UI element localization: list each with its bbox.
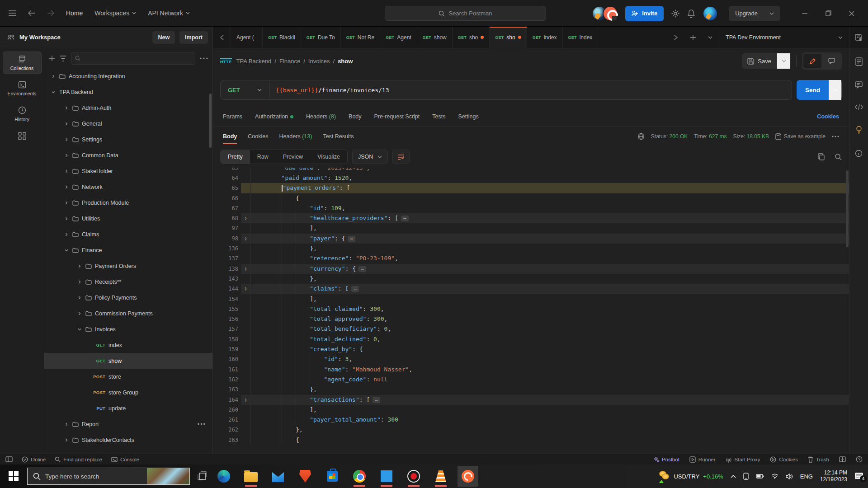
language-indicator[interactable]: ENG [800, 473, 813, 480]
json-line-260[interactable]: 260 ], [213, 405, 849, 415]
open-tab-Not Re[interactable]: GETNot Re [341, 27, 380, 48]
request-update[interactable]: PUTupdate [44, 400, 212, 416]
folder-more-actions[interactable]: ••• [198, 421, 206, 427]
environment-quick-look-button[interactable] [849, 27, 868, 48]
folder-finance[interactable]: Finance [44, 242, 212, 258]
battery-icon[interactable] [756, 474, 764, 479]
save-as-example-button[interactable]: Save as example [775, 133, 826, 140]
json-line-64[interactable]: 64"paid_amount": 1520, [213, 173, 849, 183]
folder-claims[interactable]: Claims [44, 226, 212, 242]
folder-utilities[interactable]: Utilities [44, 211, 212, 226]
method-selector[interactable]: GET [221, 80, 269, 99]
windows-search-input[interactable]: Type here to search [27, 468, 190, 485]
start-button[interactable] [0, 465, 27, 488]
copy-icon[interactable] [818, 153, 825, 160]
folder-network[interactable]: Network [44, 179, 212, 195]
breadcrumb[interactable]: TPA Backend/ Finance/ Invoices/ show [236, 58, 353, 65]
json-line-158[interactable]: 158 "total_declined": 0, [213, 334, 849, 344]
open-tab-Agent ([interactable]: Agent ( [231, 27, 263, 48]
split-panel-icon[interactable] [839, 456, 846, 462]
folder-policy-payments[interactable]: Policy Payments [44, 290, 212, 305]
window-minimize-button[interactable] [795, 5, 815, 23]
invite-button[interactable]: Invite [625, 6, 664, 21]
sidebar-scrollbar[interactable] [209, 94, 212, 148]
collapsed-ellipsis[interactable]: ⋯ [348, 236, 355, 242]
volume-icon[interactable] [786, 474, 793, 479]
folder-invoices[interactable]: Invoices [44, 321, 212, 337]
folder-admin-auth[interactable]: Admin-Auth [44, 100, 212, 116]
open-tab-Agent[interactable]: GETAgent [380, 27, 417, 48]
notifications-bell-icon[interactable] [687, 9, 695, 18]
action-center-icon[interactable]: 4 [854, 472, 863, 480]
tabs-scroll-left-button[interactable] [213, 27, 231, 48]
filter-icon[interactable] [60, 56, 66, 61]
open-tab-show[interactable]: GETshow [417, 27, 453, 48]
file-explorer-icon[interactable] [241, 466, 261, 487]
postbot-button[interactable]: Postbot [653, 456, 679, 463]
json-line-138[interactable]: 138❯ "currency": {⋯ [213, 264, 849, 274]
open-tab-index[interactable]: GETindex [527, 27, 563, 48]
tab-tests[interactable]: Tests [432, 113, 445, 120]
request-show[interactable]: GETshow [44, 353, 212, 369]
cookies-button[interactable]: Cookies [770, 456, 798, 463]
json-line-65[interactable]: 65"payment_orders": [ [213, 183, 849, 193]
tab-authorization[interactable]: Authorization [255, 113, 293, 120]
settings-gear-icon[interactable] [671, 9, 680, 18]
folder-commission-payments[interactable]: Commission Payments [44, 305, 212, 321]
response-tab-cookies[interactable]: Cookies [248, 127, 268, 146]
json-line-98[interactable]: 98❯ "payer": {⋯ [213, 234, 849, 244]
json-line-143[interactable]: 143 }, [213, 274, 849, 284]
postman-taskbar-icon[interactable] [458, 466, 478, 487]
response-scrollbar[interactable] [846, 170, 849, 247]
json-line-261[interactable]: 261 "payer_total_amount": 300 [213, 415, 849, 425]
fold-chevron-icon[interactable]: ❯ [241, 284, 251, 294]
help-icon[interactable] [856, 456, 863, 463]
json-line-144[interactable]: 144❯ "claims": [⋯ [213, 284, 849, 294]
microsoft-store-icon[interactable] [322, 466, 343, 487]
sidebar-search-input[interactable] [71, 52, 195, 65]
vlc-icon[interactable] [430, 466, 451, 487]
open-tab-sho[interactable]: GETsho [453, 27, 490, 48]
json-line-155[interactable]: 155 "total_claimed": 300, [213, 304, 849, 314]
start-proxy-button[interactable]: Start Proxy [726, 456, 760, 463]
folder-common-data[interactable]: Common Data [44, 147, 212, 163]
json-line-262[interactable]: 262 }, [213, 425, 849, 435]
send-button[interactable]: Send [797, 80, 842, 100]
json-line-156[interactable]: 156 "total_approved": 300, [213, 314, 849, 324]
chrome-icon[interactable] [349, 466, 370, 487]
collapsed-ellipsis[interactable]: ⋯ [351, 286, 359, 292]
tab-options-chevron[interactable] [702, 27, 719, 48]
comment-button[interactable] [822, 54, 840, 68]
open-tab-sho[interactable]: GETsho [490, 27, 527, 48]
save-options-chevron[interactable] [777, 53, 790, 69]
search-postman-input[interactable]: Search Postman [385, 6, 546, 21]
window-close-button[interactable] [842, 5, 862, 23]
fold-chevron-icon[interactable]: ❯ [241, 395, 251, 405]
screen-recorder-icon[interactable] [403, 466, 424, 487]
folder-accounting-integration[interactable]: Accounting Integration [44, 68, 212, 84]
json-line-137[interactable]: 137 "reference": "PO-23-109", [213, 253, 849, 263]
sidebar-item-flows[interactable] [3, 128, 41, 143]
environment-selector[interactable]: TPA Dev Environment [719, 27, 849, 48]
json-line-63[interactable]: 63"due_date": "2023-12-13", [213, 168, 849, 173]
json-line-159[interactable]: 159 "created_by": { [213, 344, 849, 354]
mail-icon[interactable] [268, 466, 288, 487]
folder-payment-orders[interactable]: Payment Orders [44, 258, 212, 274]
response-tab-test-results[interactable]: Test Results [323, 127, 354, 146]
currency-ticker[interactable]: USD/TRY +0,16% [658, 470, 723, 482]
clock[interactable]: 12:14 PM 12/19/2023 [820, 469, 847, 483]
tab-settings[interactable]: Settings [458, 113, 478, 120]
phone-link-icon[interactable] [743, 473, 749, 480]
open-tab-index[interactable]: GETindex [563, 27, 599, 48]
sidebar-item-collections[interactable]: Collections [3, 52, 41, 74]
user-avatar[interactable] [703, 6, 718, 21]
new-button[interactable]: New [152, 31, 175, 44]
trash-button[interactable]: Trash [808, 456, 829, 463]
save-button[interactable]: Save [742, 53, 791, 69]
json-line-157[interactable]: 157 "total_beneficiary": 0, [213, 324, 849, 334]
json-line-162[interactable]: 162 "agent_code": null [213, 375, 849, 385]
view-visualize[interactable]: Visualize [310, 150, 347, 164]
response-body-json[interactable]: 63"due_date": "2023-12-13",64"paid_amoun… [213, 168, 849, 454]
window-maximize-button[interactable] [818, 5, 838, 23]
sidebar-more-actions[interactable] [200, 57, 208, 59]
